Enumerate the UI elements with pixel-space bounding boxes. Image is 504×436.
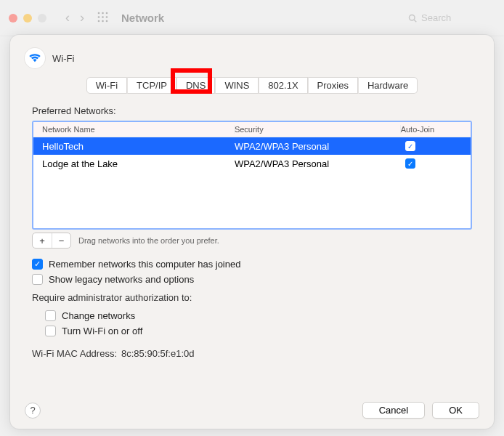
traffic-lights xyxy=(9,14,46,23)
add-remove-segment: + − xyxy=(32,233,71,249)
svg-point-8 xyxy=(106,20,108,22)
sheet-title: Wi-Fi xyxy=(52,53,74,64)
svg-point-1 xyxy=(102,12,104,14)
zoom-window-button[interactable] xyxy=(38,14,46,23)
nav-buttons: ‹ › xyxy=(65,10,84,25)
window-toolbar: ‹ › Network Search xyxy=(0,0,504,36)
remember-row[interactable]: ✓ Remember networks this computer has jo… xyxy=(32,259,472,270)
table-header: Network Name Security Auto-Join xyxy=(33,122,471,137)
cell-security: WPA2/WPA3 Personal xyxy=(235,141,401,152)
svg-point-6 xyxy=(98,20,100,22)
search-placeholder: Search xyxy=(421,12,451,23)
remember-checkbox[interactable]: ✓ xyxy=(32,259,43,270)
cancel-button[interactable]: Cancel xyxy=(362,402,425,419)
change-networks-checkbox[interactable] xyxy=(45,310,56,321)
tab-8021x[interactable]: 802.1X xyxy=(259,77,307,94)
cell-autojoin[interactable]: ✓ xyxy=(401,141,471,151)
toggle-wifi-row[interactable]: Turn Wi-Fi on or off xyxy=(45,326,472,336)
legacy-label: Show legacy networks and options xyxy=(49,274,194,285)
search-icon xyxy=(408,14,417,23)
cell-autojoin[interactable]: ✓ xyxy=(401,158,471,169)
svg-point-9 xyxy=(410,15,415,20)
svg-point-5 xyxy=(106,16,108,18)
back-button[interactable]: ‹ xyxy=(65,10,70,25)
check-icon: ✓ xyxy=(405,158,415,169)
tab-wifi[interactable]: Wi-Fi xyxy=(86,77,127,94)
table-body: HelloTech WPA2/WPA3 Personal ✓ Lodge at … xyxy=(33,137,471,228)
ok-button[interactable]: OK xyxy=(432,402,479,419)
tab-wins[interactable]: WINS xyxy=(215,77,259,94)
forward-button[interactable]: › xyxy=(80,10,84,25)
minimize-window-button[interactable] xyxy=(23,14,32,23)
tab-dns[interactable]: DNS xyxy=(176,77,215,94)
add-network-button[interactable]: + xyxy=(33,233,52,248)
admin-label: Require administrator authorization to: xyxy=(32,292,472,303)
svg-point-0 xyxy=(98,12,100,14)
close-window-button[interactable] xyxy=(9,14,17,23)
table-row[interactable]: HelloTech WPA2/WPA3 Personal ✓ xyxy=(33,137,471,155)
toolbar-title: Network xyxy=(121,12,164,24)
change-networks-row[interactable]: Change networks xyxy=(45,310,472,321)
drag-hint: Drag networks into the order you prefer. xyxy=(78,236,219,245)
cell-name: HelloTech xyxy=(33,141,235,152)
svg-point-4 xyxy=(102,16,104,18)
mac-label: Wi-Fi MAC Address: xyxy=(32,348,117,359)
check-icon: ✓ xyxy=(405,141,415,151)
wifi-icon xyxy=(25,48,45,68)
remove-network-button[interactable]: − xyxy=(52,233,70,248)
tab-tcpip[interactable]: TCP/IP xyxy=(127,77,176,94)
tab-proxies[interactable]: Proxies xyxy=(308,77,358,94)
toggle-wifi-label: Turn Wi-Fi on or off xyxy=(62,326,142,336)
svg-point-3 xyxy=(98,16,100,18)
col-header-security[interactable]: Security xyxy=(235,125,401,134)
col-header-name[interactable]: Network Name xyxy=(33,125,235,134)
mac-value: 8c:85:90:5f:e1:0d xyxy=(121,348,194,359)
tabs-bar: Wi-Fi TCP/IP DNS WINS 802.1X Proxies Har… xyxy=(25,77,479,94)
svg-line-10 xyxy=(414,20,416,22)
cell-security: WPA2/WPA3 Personal xyxy=(235,158,401,169)
sheet-footer: ? Cancel OK xyxy=(25,402,479,419)
svg-point-7 xyxy=(102,20,104,22)
remember-label: Remember networks this computer has join… xyxy=(49,259,240,270)
legacy-checkbox[interactable] xyxy=(32,274,43,285)
toggle-wifi-checkbox[interactable] xyxy=(45,326,56,336)
change-networks-label: Change networks xyxy=(62,310,135,321)
sheet-header: Wi-Fi xyxy=(25,48,479,68)
cell-name: Lodge at the Lake xyxy=(33,158,235,169)
svg-point-2 xyxy=(106,12,108,14)
legacy-row[interactable]: Show legacy networks and options xyxy=(32,274,472,285)
preferred-networks-table[interactable]: Network Name Security Auto-Join HelloTec… xyxy=(32,121,472,230)
table-row[interactable]: Lodge at the Lake WPA2/WPA3 Personal ✓ xyxy=(33,155,471,172)
all-prefs-icon[interactable] xyxy=(97,12,108,25)
tab-hardware[interactable]: Hardware xyxy=(358,77,418,94)
settings-sheet: Wi-Fi Wi-Fi TCP/IP DNS WINS 802.1X Proxi… xyxy=(10,35,494,429)
preferred-networks-label: Preferred Networks: xyxy=(32,105,472,116)
search-field[interactable]: Search xyxy=(401,9,495,26)
help-button[interactable]: ? xyxy=(25,403,41,419)
col-header-autojoin[interactable]: Auto-Join xyxy=(401,125,471,134)
